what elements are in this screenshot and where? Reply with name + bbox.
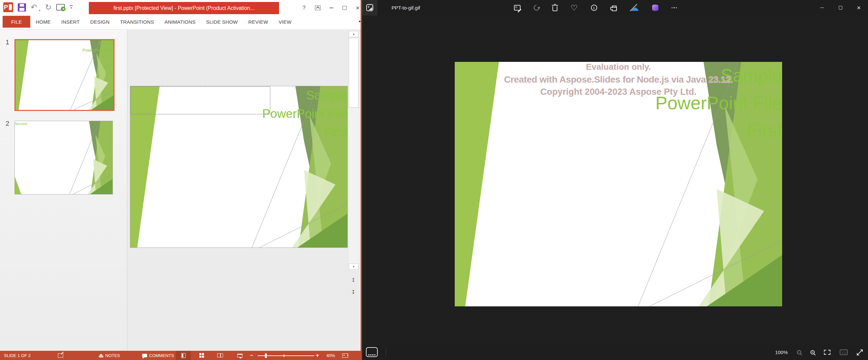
editor-vertical-scrollbar[interactable]: ▲ ▼ bbox=[349, 31, 359, 270]
reading-view-icon bbox=[217, 353, 223, 357]
fit-slide-button[interactable] bbox=[342, 351, 348, 360]
ribbon-collapsed-edge bbox=[0, 28, 362, 30]
slide-sorter-icon bbox=[199, 353, 204, 358]
photos-viewer-area: Sample PowerPoint File First Evaluation … bbox=[362, 16, 868, 344]
help-icon[interactable]: ? bbox=[302, 5, 305, 11]
quick-access-toolbar: P ↶ ▾ ↻ ▾ bbox=[3, 2, 73, 12]
slide-2-thumbnail[interactable]: Second bbox=[14, 121, 113, 194]
slide-editor-area: Sample PowerPoint File First ▲ ▼ ▲ ▲ ▼ ▼ bbox=[127, 30, 361, 351]
scroll-up-button[interactable]: ▲ bbox=[349, 31, 359, 37]
slide-2-number: 2 bbox=[6, 120, 9, 127]
photos-file-name: PPT-to-gif.gif bbox=[392, 0, 420, 16]
tab-design[interactable]: DESIGN bbox=[85, 16, 115, 28]
more-options-icon[interactable] bbox=[672, 7, 677, 8]
proofing-icon bbox=[58, 353, 63, 358]
zoom-slider[interactable] bbox=[258, 355, 314, 356]
bottom-bar-divider bbox=[385, 347, 386, 357]
viewer-zoom-controls: 100% − + 1:1 bbox=[775, 344, 863, 360]
photos-titlebar: PPT-to-gif.gif ♡ i ☁ ✕ bbox=[362, 0, 868, 16]
ribbon-display-options-icon[interactable] bbox=[315, 6, 320, 10]
minimize-icon[interactable] bbox=[330, 7, 333, 8]
tab-home[interactable]: HOME bbox=[30, 16, 56, 28]
customize-qat-icon[interactable]: ▾ bbox=[69, 5, 73, 9]
watermark-line-1: Evaluation only. bbox=[455, 62, 782, 72]
normal-view-icon bbox=[181, 353, 186, 358]
viewed-gif-image[interactable]: Sample PowerPoint File First Evaluation … bbox=[455, 62, 782, 306]
zoom-slider-handle[interactable] bbox=[265, 353, 267, 358]
subtitle-placeholder[interactable] bbox=[130, 86, 271, 115]
print-icon[interactable] bbox=[610, 7, 617, 10]
actual-size-icon[interactable]: 1:1 bbox=[840, 350, 847, 355]
clipchamp-edit-icon[interactable] bbox=[652, 5, 658, 11]
photos-minimize-button[interactable] bbox=[813, 0, 831, 16]
delete-icon[interactable] bbox=[553, 6, 557, 11]
save-icon[interactable] bbox=[18, 3, 26, 11]
thumbnail-2-title: Second bbox=[15, 121, 113, 194]
scroll-down-button[interactable]: ▼ bbox=[349, 264, 359, 270]
notes-button[interactable]: NOTES bbox=[99, 351, 120, 360]
tab-view[interactable]: VIEW bbox=[273, 16, 297, 28]
tab-overflow-arrow-icon[interactable]: ▸ bbox=[359, 19, 361, 23]
tab-insert[interactable]: INSERT bbox=[56, 16, 85, 28]
powerpoint-titlebar: P ↶ ▾ ↻ ▾ first.pptx [Protected View] - … bbox=[0, 0, 362, 16]
photos-toolbar: ♡ i ☁ bbox=[514, 0, 677, 16]
comments-button[interactable]: COMMENTS bbox=[142, 351, 174, 360]
comments-icon bbox=[142, 354, 147, 357]
photos-app-window: PPT-to-gif.gif ♡ i ☁ ✕ bbox=[362, 0, 868, 360]
favorite-heart-icon[interactable]: ♡ bbox=[570, 5, 578, 11]
edit-image-icon[interactable] bbox=[514, 5, 521, 10]
maximize-icon[interactable] bbox=[343, 6, 346, 10]
filmstrip-toggle-icon[interactable] bbox=[366, 347, 378, 357]
reading-view-button[interactable] bbox=[213, 351, 228, 360]
watermark-line-2: Created with Aspose.Slides for Node.js v… bbox=[455, 74, 782, 85]
zoom-out-button[interactable]: − bbox=[250, 351, 253, 360]
window-title: first.pptx [Protected View] - PowerPoint… bbox=[89, 2, 279, 14]
tab-file[interactable]: FILE bbox=[3, 16, 30, 28]
fit-slide-icon bbox=[342, 353, 348, 358]
viewer-zoom-percentage: 100% bbox=[775, 350, 788, 355]
undo-dropdown-caret-icon[interactable]: ▾ bbox=[39, 9, 40, 12]
desktop-split-view: P ↶ ▾ ↻ ▾ first.pptx [Protected View] - … bbox=[0, 0, 868, 360]
thumbnail-1-title: Sample PowerPoint File First bbox=[16, 40, 114, 110]
slide-1-number: 1 bbox=[6, 38, 9, 46]
slide-1-thumbnail[interactable]: Sample PowerPoint File First bbox=[14, 39, 115, 111]
maximize-icon bbox=[839, 6, 842, 9]
minimize-icon bbox=[820, 7, 824, 8]
viewer-zoom-out-icon[interactable]: − bbox=[797, 350, 801, 354]
slideshow-view-icon bbox=[237, 354, 243, 357]
powerpoint-body: 1 Sample PowerPoint File First 2 bbox=[0, 30, 361, 351]
powerpoint-app-icon: P bbox=[3, 2, 13, 12]
proofing-button[interactable] bbox=[58, 351, 63, 360]
slideshow-view-button[interactable] bbox=[232, 351, 247, 360]
normal-view-button[interactable] bbox=[176, 351, 191, 360]
slide-indicator: SLIDE 1 OF 2 bbox=[4, 351, 31, 360]
zoom-in-button[interactable]: + bbox=[316, 351, 319, 360]
scrollbar-thumb[interactable] bbox=[349, 38, 359, 108]
onedrive-unsynced-icon[interactable]: ☁ bbox=[630, 4, 639, 11]
start-slideshow-icon[interactable] bbox=[56, 4, 65, 10]
viewer-zoom-in-icon[interactable]: + bbox=[810, 350, 815, 354]
photos-maximize-button[interactable] bbox=[831, 0, 849, 16]
slide-1-design: Sample PowerPoint File First bbox=[16, 40, 114, 110]
fit-to-window-icon[interactable] bbox=[824, 350, 831, 355]
photos-app-button[interactable] bbox=[362, 0, 377, 16]
gif-slide-design: Sample PowerPoint File First Evaluation … bbox=[455, 62, 782, 306]
redo-icon[interactable]: ↻ bbox=[45, 3, 52, 11]
info-icon[interactable]: i bbox=[591, 5, 597, 11]
slide-sorter-button[interactable] bbox=[194, 351, 209, 360]
fullscreen-icon[interactable] bbox=[857, 350, 863, 355]
photos-window-controls: ✕ bbox=[813, 0, 868, 16]
tab-slideshow[interactable]: SLIDE SHOW bbox=[201, 16, 243, 28]
undo-icon[interactable]: ↶ bbox=[31, 3, 37, 11]
close-icon[interactable]: ✕ bbox=[356, 5, 360, 11]
slide-canvas[interactable]: Sample PowerPoint File First bbox=[130, 86, 348, 248]
tab-transitions[interactable]: TRANSITIONS bbox=[115, 16, 159, 28]
tab-review[interactable]: REVIEW bbox=[243, 16, 273, 28]
photos-close-button[interactable]: ✕ bbox=[849, 0, 868, 16]
next-slide-button[interactable]: ▼ ▼ bbox=[350, 290, 357, 295]
tab-animations[interactable]: ANIMATIONS bbox=[159, 16, 201, 28]
previous-slide-button[interactable]: ▲ ▲ bbox=[350, 277, 357, 282]
titlebar-controls: ? ✕ bbox=[302, 0, 360, 16]
rotate-icon[interactable] bbox=[533, 4, 540, 12]
zoom-percentage[interactable]: 40% bbox=[327, 351, 335, 360]
